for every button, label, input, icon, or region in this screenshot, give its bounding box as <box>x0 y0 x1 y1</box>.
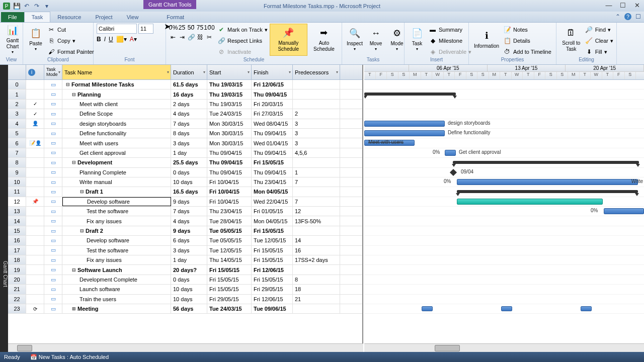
gantt-scrollbar[interactable] <box>364 343 644 352</box>
recurring-bar[interactable] <box>501 306 512 311</box>
pct75-icon[interactable]: 75̄ <box>196 24 204 32</box>
link-icon[interactable]: 🔗 <box>187 33 195 41</box>
close-button[interactable]: ✕ <box>630 0 644 10</box>
details-button[interactable]: 📋Details <box>503 36 551 46</box>
col-info[interactable]: i <box>26 65 44 79</box>
recurring-bar[interactable] <box>422 306 433 311</box>
day-header[interactable]: F <box>613 72 625 79</box>
outdent-icon[interactable]: ⇤ <box>169 33 177 41</box>
day-header[interactable]: S <box>625 72 636 79</box>
week-header[interactable]: 06 Apr '15 <box>409 65 488 71</box>
gantt-chart-button[interactable]: 📊Gantt Chart▾ <box>3 24 22 56</box>
pct50-icon[interactable]: 50̄ <box>187 24 195 32</box>
day-header[interactable]: M <box>410 72 421 79</box>
pct100-icon[interactable]: 10̄0 <box>205 24 213 32</box>
format-painter-button[interactable]: 🖌Format Painter <box>47 47 94 57</box>
day-header[interactable]: M <box>489 72 501 79</box>
day-header[interactable]: T <box>500 72 512 79</box>
respect-links-button[interactable]: 🔗Respect Links <box>217 36 268 46</box>
scroll-to-task-button[interactable]: 🗓Scroll to Task <box>559 24 583 56</box>
col-name[interactable]: Task Name▾ <box>62 65 171 79</box>
inspect-button[interactable]: 🔍Inspect▾ <box>345 24 364 56</box>
task-insert-button[interactable]: 📄Task▾ <box>408 24 427 56</box>
pct0-icon[interactable]: 0̄% <box>169 24 177 32</box>
restore-window-icon[interactable]: ☐ <box>635 13 641 20</box>
italic-button[interactable]: I <box>104 36 106 43</box>
summary-bar[interactable] <box>457 190 638 193</box>
help-icon[interactable]: ? <box>624 13 631 20</box>
underline-button[interactable]: U <box>109 36 113 43</box>
table-row[interactable]: 14▭Fix any issues4 daysTue 28/04/15Mon 0… <box>8 216 362 226</box>
col-predecessors[interactable]: Predecessors▾ <box>293 65 340 79</box>
day-header[interactable]: S <box>466 72 478 79</box>
summary-bar[interactable] <box>364 93 456 96</box>
day-header[interactable]: S <box>387 72 398 79</box>
indent-icon[interactable]: ⇥ <box>178 33 186 41</box>
task-bar[interactable] <box>457 199 603 205</box>
day-header[interactable]: W <box>432 72 444 79</box>
auto-schedule-button[interactable]: ➡Auto Schedule <box>309 24 339 56</box>
table-row[interactable]: 4👤▭design storyboards7 daysMon 30/03/15W… <box>8 119 362 129</box>
week-header[interactable]: 13 Apr '15 <box>488 65 566 71</box>
pct25-icon[interactable]: 25̄ <box>178 24 186 32</box>
day-header[interactable]: T <box>444 72 455 79</box>
col-duration[interactable]: Duration▾ <box>171 65 207 79</box>
notes-button[interactable]: 📝Notes <box>503 25 551 35</box>
highlight-color-button[interactable]: 🟨▾ <box>116 36 127 43</box>
summary-button[interactable]: ▬Summary <box>429 25 471 35</box>
tab-resource[interactable]: Resource <box>50 12 88 22</box>
minimize-button[interactable]: — <box>602 0 616 10</box>
table-row[interactable]: 23⟳▭⊞Meeting56 daysTue 24/03/15Tue 09/06… <box>8 304 362 314</box>
table-row[interactable]: 12📌▭Develop software9 daysFri 10/04/15We… <box>8 197 362 207</box>
grid-scrollbar[interactable] <box>8 343 363 352</box>
redo-icon[interactable]: ↷ <box>32 2 41 11</box>
unlink-icon[interactable]: ⛓ <box>196 33 204 41</box>
fill-button[interactable]: ⬇Fill ▾ <box>585 47 613 57</box>
table-row[interactable]: 1▭⊟Planning16 daysThu 19/03/15Thu 09/04/… <box>8 89 362 99</box>
task-bar[interactable] <box>457 179 638 185</box>
day-header[interactable]: F <box>376 72 387 79</box>
manually-schedule-button[interactable]: 📌Manually Schedule <box>270 24 307 56</box>
col-start[interactable]: Start▾ <box>207 65 252 79</box>
font-color-button[interactable]: A▾ <box>130 36 137 43</box>
mode-button[interactable]: ⚙Mode▾ <box>387 24 407 56</box>
paste-button[interactable]: 📋Paste▾ <box>26 24 45 56</box>
summary-bar[interactable] <box>453 161 639 164</box>
table-row[interactable]: 8▭⊟Development25.5 daysThu 09/04/15Fri 1… <box>8 158 362 167</box>
add-to-timeline-button[interactable]: ⏱Add to Timeline <box>503 47 551 57</box>
save-icon[interactable]: 💾 <box>12 2 21 11</box>
table-row[interactable]: 20▭Development Complete0 daysFri 15/05/1… <box>8 275 362 285</box>
day-header[interactable]: W <box>512 72 523 79</box>
col-rowid[interactable] <box>8 65 26 79</box>
cut-button[interactable]: ✂Cut <box>47 25 94 35</box>
table-row[interactable]: 15▭⊟Draft 29 daysTue 05/05/15Fri 15/05/1… <box>8 226 362 236</box>
tab-project[interactable]: Project <box>88 12 119 22</box>
qa-dropdown-icon[interactable]: ▾ <box>42 2 51 11</box>
day-header[interactable]: T <box>421 72 433 79</box>
table-row[interactable]: 7▭Get client approval1 dayThu 09/04/15Th… <box>8 148 362 158</box>
task-bar[interactable] <box>364 121 445 127</box>
day-header[interactable]: F <box>455 72 466 79</box>
table-row[interactable]: 19▭⊟Software Launch20 days?Fri 15/05/15F… <box>8 265 362 275</box>
view-bar[interactable]: Gantt Chart <box>0 65 8 352</box>
day-header[interactable]: T <box>602 72 614 79</box>
table-row[interactable]: 22▭Train the users10 daysFri 29/05/15Fri… <box>8 295 362 304</box>
table-row[interactable]: 18▭Fix any issues1 dayThu 14/05/15Fri 15… <box>8 255 362 265</box>
clear-button[interactable]: 🧹Clear ▾ <box>585 36 613 46</box>
inactivate-button[interactable]: ⊘Inactivate <box>217 47 268 57</box>
app-icon[interactable]: P <box>2 2 11 11</box>
find-button[interactable]: 🔎Find ▾ <box>585 25 613 35</box>
table-row[interactable]: 17▭Test the software3 daysTue 12/05/15Fr… <box>8 246 362 255</box>
day-header[interactable]: T <box>364 72 376 79</box>
table-row[interactable]: 16▭Develop software6 daysTue 05/05/15Tue… <box>8 236 362 245</box>
milestone-button[interactable]: ◆Milestone <box>429 36 471 46</box>
font-size-input[interactable] <box>138 24 153 34</box>
table-row[interactable]: 6📝👤▭Meet with users3 daysMon 30/03/15Wed… <box>8 138 362 148</box>
table-row[interactable]: 13▭Test the software7 daysThu 23/04/15Fr… <box>8 207 362 216</box>
day-header[interactable]: W <box>591 72 602 79</box>
table-row[interactable]: 21▭Launch software10 daysFri 15/05/15Fri… <box>8 285 362 294</box>
col-mode[interactable]: Task Mode▾ <box>44 65 62 79</box>
tab-file[interactable]: File <box>1 12 24 22</box>
information-button[interactable]: ℹInformation <box>472 24 501 56</box>
day-header[interactable]: S <box>398 72 410 79</box>
